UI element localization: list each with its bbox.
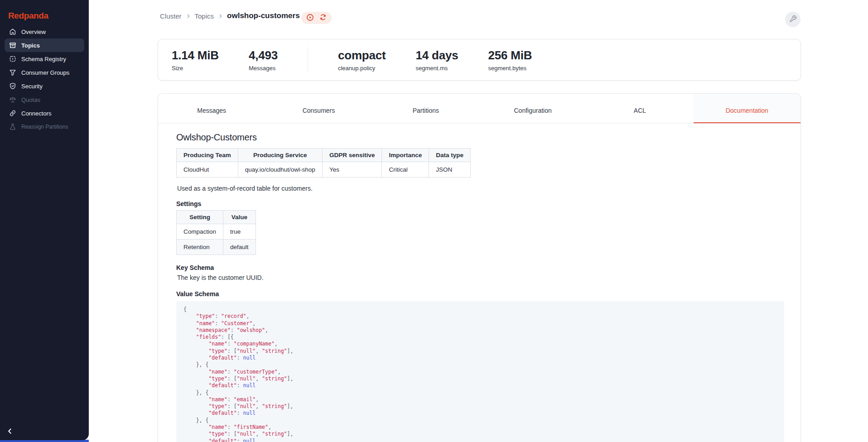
stat-size: 1.14 MiBSize xyxy=(172,48,219,72)
column-header: Setting xyxy=(177,211,223,224)
refresh-button[interactable] xyxy=(319,14,327,22)
breadcrumb-link-topics[interactable]: Topics xyxy=(195,12,214,20)
sidebar-item-quotas[interactable]: Quotas xyxy=(5,93,84,106)
tab-documentation[interactable]: Documentation xyxy=(694,94,800,123)
consumer-groups-icon xyxy=(9,69,16,76)
key-schema-heading: Key Schema xyxy=(176,264,784,271)
home-icon xyxy=(9,28,16,35)
sidebar: Redpanda OverviewTopicsSchema RegistryCo… xyxy=(0,0,89,440)
wrench-icon xyxy=(789,15,797,24)
play-circle-icon xyxy=(306,14,314,23)
breadcrumb-current: owlshop-customers xyxy=(227,11,300,20)
sidebar-item-connectors[interactable]: Connectors xyxy=(5,106,84,120)
sidebar-item-label: Security xyxy=(21,83,43,90)
topic-action-pill xyxy=(301,12,332,24)
quotas-icon xyxy=(9,96,16,103)
sidebar-item-label: Connectors xyxy=(21,110,51,117)
reassign-partitions-icon xyxy=(9,123,16,130)
sidebar-item-consumer-groups[interactable]: Consumer Groups xyxy=(5,66,84,79)
value-schema-code: { "type": "record", "name": "Customer", … xyxy=(176,301,784,442)
sidebar-item-label: Schema Registry xyxy=(21,56,66,62)
table-cell: CloudHut xyxy=(177,162,238,178)
connectors-icon xyxy=(9,110,16,117)
stats-divider xyxy=(308,47,308,72)
schema-registry-icon xyxy=(9,55,16,62)
sidebar-item-schema-registry[interactable]: Schema Registry xyxy=(5,52,84,66)
column-header: GDPR sensitive xyxy=(322,149,382,162)
settings-heading: Settings xyxy=(176,200,784,207)
table-row: CloudHutquay.io/cloudhut/owl-shopYesCrit… xyxy=(177,162,471,178)
breadcrumb-link-cluster[interactable]: Cluster xyxy=(160,12,182,20)
column-header: Importance xyxy=(382,149,429,162)
stat-label: segment.ms xyxy=(416,65,458,72)
sidebar-item-label: Topics xyxy=(21,42,40,49)
column-header: Value xyxy=(223,211,256,224)
tab-bar: MessagesConsumersPartitionsConfiguration… xyxy=(158,94,800,124)
tab-configuration[interactable]: Configuration xyxy=(479,94,586,123)
redpanda-logo[interactable]: Redpanda xyxy=(0,0,89,21)
key-schema-text: The key is the customer UUID. xyxy=(176,274,784,281)
topic-info-table: Producing TeamProducing ServiceGDPR sens… xyxy=(176,148,471,178)
refresh-icon xyxy=(319,14,327,22)
tab-partitions[interactable]: Partitions xyxy=(372,94,479,123)
topic-stats-card: 1.14 MiBSize4,493Messagescompactcleanup.… xyxy=(158,39,801,81)
doc-description: Used as a system-of-record table for cus… xyxy=(176,185,784,192)
sidebar-item-label: Quotas xyxy=(21,96,40,103)
sidebar-item-label: Consumer Groups xyxy=(21,69,69,76)
stat-value: 1.14 MiB xyxy=(172,48,219,62)
table-cell: Compaction xyxy=(177,224,223,240)
stat-cleanup-policy: compactcleanup.policy xyxy=(338,48,386,72)
tab-acl[interactable]: ACL xyxy=(586,94,693,123)
table-row: Compactiontrue xyxy=(177,224,256,240)
table-row: Retentiondefault xyxy=(177,240,256,255)
doc-title: Owlshop-Customers xyxy=(176,132,784,143)
chevron-right-icon xyxy=(186,14,191,19)
stat-segment-bytes: 256 MiBsegment.bytes xyxy=(488,48,532,72)
table-cell: Critical xyxy=(382,162,429,178)
stat-value: 4,493 xyxy=(249,48,278,62)
security-icon xyxy=(9,82,16,90)
stat-label: Messages xyxy=(249,65,278,72)
stat-value: compact xyxy=(338,48,386,62)
sidebar-item-label: Overview xyxy=(21,29,46,35)
table-cell: Retention xyxy=(177,240,223,255)
table-cell: JSON xyxy=(429,162,471,178)
column-header: Data type xyxy=(429,149,471,162)
stat-value: 14 days xyxy=(416,48,458,62)
sidebar-item-reassign-partitions[interactable]: Reassign Partitions xyxy=(5,120,84,134)
stat-label: cleanup.policy xyxy=(338,65,386,72)
sidebar-item-label: Reassign Partitions xyxy=(21,124,68,130)
table-cell: default xyxy=(223,240,256,255)
sidebar-item-security[interactable]: Security xyxy=(5,79,84,93)
breadcrumb: ClusterTopicsowlshop-customers xyxy=(160,11,300,20)
tab-consumers[interactable]: Consumers xyxy=(265,94,372,123)
chevron-right-icon xyxy=(218,14,223,19)
sidebar-item-overview[interactable]: Overview xyxy=(5,25,84,38)
topic-detail-card: MessagesConsumersPartitionsConfiguration… xyxy=(158,93,801,442)
stat-segment-ms: 14 dayssegment.ms xyxy=(416,48,458,72)
stat-label: segment.bytes xyxy=(488,65,532,72)
documentation-content: Owlshop-Customers Producing TeamProducin… xyxy=(158,124,800,442)
value-schema-heading: Value Schema xyxy=(176,290,784,298)
stat-messages: 4,493Messages xyxy=(249,48,278,72)
tab-messages[interactable]: Messages xyxy=(158,94,265,123)
main-area: ClusterTopicsowlshop-customers 1.14 MiBS… xyxy=(89,0,868,442)
stat-label: Size xyxy=(172,65,219,72)
table-cell: Yes xyxy=(322,162,382,178)
stat-value: 256 MiB xyxy=(488,48,532,62)
column-header: Producing Service xyxy=(238,149,322,162)
topics-icon xyxy=(9,42,16,49)
table-cell: true xyxy=(223,224,256,240)
settings-table: SettingValueCompactiontrueRetentiondefau… xyxy=(176,210,256,255)
sidebar-collapse-button[interactable] xyxy=(6,428,14,435)
user-profile-button[interactable] xyxy=(785,12,800,27)
table-cell: quay.io/cloudhut/owl-shop xyxy=(238,162,322,178)
produce-record-button[interactable] xyxy=(306,14,314,23)
sidebar-nav: OverviewTopicsSchema RegistryConsumer Gr… xyxy=(0,25,89,134)
column-header: Producing Team xyxy=(177,149,238,162)
sidebar-item-topics[interactable]: Topics xyxy=(5,38,84,52)
